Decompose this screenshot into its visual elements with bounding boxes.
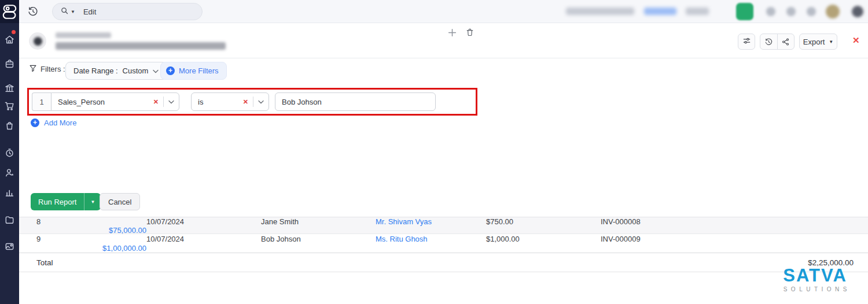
cell-invoice: INV-000008 — [601, 217, 854, 226]
cell-date: 10/07/2024 — [146, 217, 261, 226]
export-label: Export — [803, 38, 825, 46]
report-history-button[interactable] — [760, 34, 777, 49]
shopping-bag-icon[interactable] — [4, 120, 15, 131]
cart-icon[interactable] — [4, 101, 15, 112]
chevron-down-icon[interactable] — [253, 100, 269, 104]
topbar-icon-2[interactable] — [786, 7, 796, 16]
sales-bag-icon[interactable] — [4, 58, 15, 69]
satva-logo: SATVA SOLUTIONS — [779, 267, 851, 292]
run-report-button[interactable]: Run Report — [31, 193, 84, 210]
card-image-icon[interactable] — [4, 241, 15, 252]
run-report-split-button: Run Report ▼ — [31, 193, 101, 210]
criteria-value-input[interactable] — [275, 92, 436, 111]
plus-icon[interactable] — [443, 23, 461, 42]
caret-down-icon: ▼ — [829, 39, 833, 45]
topbar-icon-3[interactable] — [807, 7, 816, 16]
topbar-icon-1[interactable] — [766, 7, 775, 16]
avatar[interactable] — [826, 5, 840, 18]
cell-amount: $1,000.00 — [486, 235, 601, 243]
caret-down-icon[interactable]: ▼ — [71, 9, 75, 14]
satva-tagline-text: SOLUTIONS — [779, 286, 851, 292]
date-range-select[interactable]: Date Range : Custom — [65, 62, 167, 80]
cell-serial: 9 — [36, 235, 146, 243]
app-screen: ▼ Export — [0, 0, 868, 304]
criteria-index: 1 — [32, 92, 51, 111]
export-button[interactable]: Export ▼ — [799, 34, 837, 50]
criteria-field-select[interactable]: Sales_Person ✕ — [51, 92, 179, 111]
sidebar — [0, 0, 19, 304]
plus-circle-icon: + — [166, 66, 175, 75]
sliders-icon — [742, 36, 751, 47]
add-more-button[interactable]: + Add More — [31, 118, 76, 127]
search-input[interactable] — [83, 8, 182, 16]
org-menu-icon[interactable] — [852, 6, 863, 17]
cell-total-link[interactable]: $75,000.00 — [36, 226, 146, 235]
customer-star-icon[interactable] — [4, 167, 15, 178]
total-label: Total — [36, 258, 53, 267]
cancel-button[interactable]: Cancel — [100, 193, 140, 210]
chevron-down-icon[interactable] — [164, 100, 179, 104]
customize-columns-button[interactable] — [738, 34, 755, 50]
bank-icon[interactable] — [4, 83, 15, 94]
topbar: ▼ — [19, 0, 868, 23]
satva-brand-text: SATVA — [779, 267, 851, 284]
home-icon[interactable] — [4, 34, 15, 45]
cell-customer-link[interactable]: Mr. Shivam Vyas — [376, 217, 486, 226]
table-row[interactable]: 8 10/07/2024 Jane Smith Mr. Shivam Vyas … — [19, 217, 868, 234]
plus-circle-icon: + — [31, 118, 39, 127]
criteria-operator-value: is — [192, 98, 238, 106]
report-icon — [29, 32, 46, 50]
redacted-text — [566, 8, 634, 15]
chevron-down-icon — [153, 66, 159, 75]
share-button[interactable] — [777, 34, 794, 49]
cell-invoice: INV-000009 — [601, 235, 854, 243]
more-filters-button[interactable]: + More Filters — [160, 62, 227, 80]
table-row[interactable]: 9 10/07/2024 Bob Johson Ms. Ritu Ghosh $… — [19, 234, 868, 253]
report-panel: Export ▼ ✕ Filters : Date Range : Custom… — [19, 23, 868, 304]
header-divider — [19, 58, 868, 58]
criteria-operator-select[interactable]: is ✕ — [191, 92, 269, 111]
trash-icon[interactable] — [461, 23, 479, 42]
close-icon[interactable]: ✕ — [852, 35, 860, 46]
more-filters-label: More Filters — [179, 66, 219, 75]
books-logo-icon[interactable] — [0, 0, 19, 23]
redacted-text — [686, 8, 709, 15]
clear-x-icon[interactable]: ✕ — [238, 98, 253, 106]
run-report-caret[interactable]: ▼ — [84, 193, 101, 210]
quick-create-button[interactable] — [736, 3, 753, 20]
time-icon[interactable] — [4, 147, 15, 158]
reports-bars-icon[interactable] — [4, 187, 15, 198]
history-icon[interactable] — [27, 6, 39, 17]
report-toolbar-group — [760, 34, 795, 50]
folder-icon[interactable] — [4, 214, 15, 225]
cell-salesperson: Jane Smith — [261, 217, 376, 226]
table-total-row: Total $2,25,000.00 — [19, 253, 868, 272]
notification-dot — [12, 30, 16, 34]
cell-serial: 8 — [36, 217, 146, 226]
funnel-icon — [29, 64, 37, 74]
filters-label: Filters : — [29, 64, 65, 74]
add-more-label: Add More — [44, 118, 76, 127]
redacted-report-subtitle — [56, 32, 111, 38]
cell-date: 10/07/2024 — [146, 235, 261, 243]
date-range-label: Date Range : — [73, 66, 118, 75]
global-search[interactable]: ▼ — [52, 3, 203, 20]
criteria-field-value: Sales_Person — [52, 98, 149, 106]
cell-amount: $750.00 — [486, 217, 601, 226]
search-icon — [60, 6, 69, 17]
redacted-report-title — [56, 42, 226, 50]
cell-customer-link[interactable]: Ms. Ritu Ghosh — [376, 235, 486, 243]
date-range-value: Custom — [123, 66, 149, 75]
clear-x-icon[interactable]: ✕ — [149, 98, 163, 106]
redacted-link — [644, 8, 676, 15]
cell-salesperson: Bob Johson — [261, 235, 376, 243]
cell-total-link[interactable]: $1,00,000.00 — [36, 244, 146, 253]
